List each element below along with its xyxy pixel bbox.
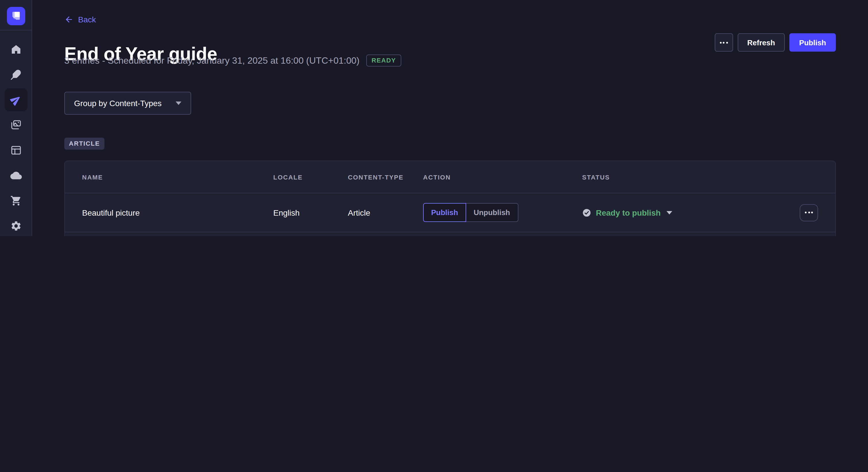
sidebar-item-content-manager[interactable] <box>5 63 28 86</box>
refresh-button[interactable]: Refresh <box>737 33 785 52</box>
entries-table: NAME LOCALE CONTENT-TYPE ACTION STATUS B… <box>64 161 836 236</box>
column-header-name: NAME <box>82 173 273 180</box>
row-more-button[interactable] <box>800 204 818 221</box>
sidebar-divider <box>0 30 32 30</box>
sidebar-item-marketplace[interactable] <box>5 189 28 212</box>
paper-plane-icon <box>8 92 24 108</box>
column-header-action: ACTION <box>423 173 572 180</box>
sidebar-item-releases[interactable] <box>5 88 28 111</box>
column-header-content-type: CONTENT-TYPE <box>348 173 423 180</box>
app-window: KD Back End of Year guide 3 entries - Sc… <box>0 0 868 236</box>
chevron-down-icon <box>666 211 672 214</box>
cloud-icon <box>10 170 22 181</box>
sidebar-item-deploy[interactable] <box>5 164 28 187</box>
table-row: A bug is becoming a meme on the internet… <box>65 232 835 236</box>
header-actions: Refresh Publish <box>714 33 836 52</box>
sidebar: KD <box>0 0 32 236</box>
gear-icon <box>10 220 22 232</box>
entry-content-type: Article <box>348 208 423 217</box>
entry-status-label: Ready to publish <box>596 208 661 217</box>
sidebar-item-content-type-builder[interactable] <box>5 139 28 162</box>
group-by-label: Group by Content-Types <box>74 99 162 108</box>
release-subtitle: 3 entries - Scheduled for Friday, Januar… <box>64 55 360 66</box>
status-badge: READY <box>366 55 401 67</box>
entry-action-toggle: Publish Unpublish <box>423 203 572 222</box>
table-header-row: NAME LOCALE CONTENT-TYPE ACTION STATUS <box>65 161 835 193</box>
check-circle-icon <box>582 208 591 217</box>
release-meta: 3 entries - Scheduled for Friday, Januar… <box>64 55 401 67</box>
table-row: Beautiful picture English Article Publis… <box>65 193 835 232</box>
back-link[interactable]: Back <box>64 15 96 24</box>
group-by-dropdown[interactable]: Group by Content-Types <box>64 92 191 115</box>
chevron-down-icon <box>176 102 181 105</box>
publish-toggle-button[interactable]: Publish <box>423 203 466 222</box>
strapi-logo[interactable] <box>7 7 25 25</box>
media-images-icon <box>10 119 22 131</box>
sidebar-nav <box>0 38 32 236</box>
back-label: Back <box>78 15 96 24</box>
arrow-left-icon <box>64 15 73 24</box>
release-more-button[interactable] <box>714 33 733 52</box>
strapi-logo-icon <box>10 10 22 22</box>
sidebar-item-home[interactable] <box>5 38 28 61</box>
content-type-chip: ARTICLE <box>64 138 104 150</box>
ellipsis-icon <box>720 42 721 43</box>
column-header-status: STATUS <box>572 173 794 180</box>
feather-icon <box>10 69 22 80</box>
publish-release-button[interactable]: Publish <box>789 33 836 52</box>
home-icon <box>10 43 22 55</box>
entry-status-dropdown[interactable]: Ready to publish <box>572 208 672 217</box>
layout-panel-icon <box>10 144 22 156</box>
unpublish-toggle-button[interactable]: Unpublish <box>466 203 518 222</box>
column-header-locale: LOCALE <box>273 173 348 180</box>
entry-locale: English <box>273 208 348 217</box>
entry-name: Beautiful picture <box>82 208 273 217</box>
cart-icon <box>10 195 22 206</box>
ellipsis-icon <box>805 212 807 213</box>
sidebar-item-media-library[interactable] <box>5 113 28 136</box>
sidebar-item-settings[interactable] <box>5 214 28 236</box>
